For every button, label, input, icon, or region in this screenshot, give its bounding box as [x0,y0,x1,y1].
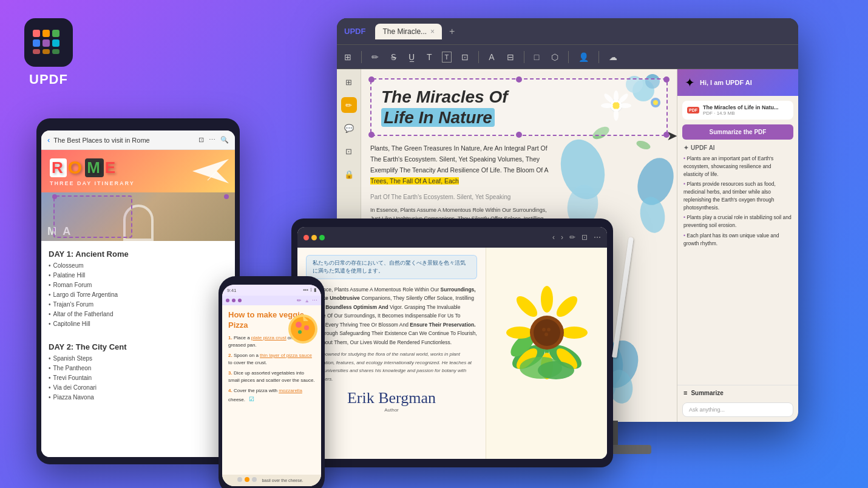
pdf-title-line2: Life In Nature [381,107,657,128]
rome-o-letter: O [68,157,84,178]
text-box-icon[interactable]: T [442,52,452,63]
tab-close-icon[interactable]: × [430,27,435,36]
list-item: •Trevi Fountain [49,373,228,383]
sidebar-toggle-icon[interactable]: ⊞ [342,50,354,64]
font-icon[interactable]: A [486,50,497,64]
share-icon[interactable]: ⟁ [305,297,308,303]
svg-point-45 [541,286,553,313]
ai-file-size: PDF · 14.9 MB [703,110,779,116]
ai-ask-input[interactable]: Ask anything... [682,402,793,417]
more-icon[interactable]: ⋯ [594,233,601,242]
bold-text3: Ensure Their Preservation. Only [306,322,476,336]
checkbox-icon: ☑ [249,396,254,402]
ipad-nature-device: ‹ › ✏ ⊡ ⋯ 私たちの日常の存在において、自然の驚くべき景観を色々活気に満… [291,219,613,467]
new-tab-icon[interactable]: + [449,26,455,37]
ai-summarize-pdf-button[interactable]: Summarize the PDF [682,124,793,140]
sidebar-comment-icon[interactable]: 💬 [341,120,357,136]
updf-toolbar: ⊞ ✏ S̶ U̲ T T ⊡ A ⊟ □ ⬡ 👤 ☁ [337,45,798,69]
svg-marker-9 [192,159,229,183]
toolbar-divider [524,51,524,63]
minimize-dot [311,235,317,240]
ipad-nature-screen: ‹ › ✏ ⊡ ⋯ 私たちの日常の存在において、自然の驚くべき景観を色々活気に満… [297,227,607,459]
back-icon[interactable]: ‹ [552,233,555,242]
sidebar-pages-icon[interactable]: ⊞ [341,74,357,90]
phone-status-icons: ▪▪▪ ⟟ ▮ [303,287,316,293]
rome-header: R O M E THREE DAY ITINERARY [41,150,235,192]
bottom-note: basil over the cheese. [259,477,305,484]
strikethrough-icon[interactable]: S̶ [388,50,399,64]
list-item: •Largo di Torre Argentina [49,290,228,300]
rome-e-letter: E [105,158,117,177]
svg-rect-6 [33,49,40,54]
svg-rect-3 [33,39,40,47]
ipad-topbar: ‹ › ✏ ⊡ ⋯ [297,227,607,248]
sidebar-form-icon[interactable]: ⊡ [341,143,357,159]
highlight-icon[interactable]: ⬡ [549,50,561,64]
phone-pizza-screen: 9:41 ▪▪▪ ⟟ ▮ ✏ ⟁ ⋯ How to make veggie Pi… [222,285,321,486]
users-icon[interactable]: 👤 [576,50,591,64]
tool-dot [226,299,229,302]
sidebar-edit-icon[interactable]: ✏ [341,97,357,113]
battery-icon: ▮ [314,287,316,293]
svg-point-33 [637,195,668,235]
japanese-text-box: 私たちの日常の存在において、自然の驚くべき景観を色々活気に満ちた気遣を使用します… [306,255,477,279]
updf-label: UPDF [29,72,68,87]
back-arrow-icon[interactable]: ‹ [47,135,50,144]
handle-tl [52,194,57,199]
text-icon[interactable]: T [424,50,435,64]
ai-section-header: ✦ UPDF AI [677,140,798,154]
pizza-step-4: 4. Cover the pizza with mozzarella chees… [228,387,315,404]
active-tab[interactable]: The Miracle... × [375,24,442,39]
updf-app-badge: UPDF [344,27,365,36]
svg-point-32 [631,153,674,210]
underline-icon[interactable]: U̲ [406,50,417,64]
ai-summarize-row: ≡ Summarize [677,385,798,400]
eraser-icon[interactable]: ⊡ [581,233,588,242]
share-icon[interactable]: ⊡ [198,136,204,144]
pdf-body-intro: Plants, The Green Treasures In Nature, A… [370,143,549,186]
toolbar-divider [598,51,599,63]
tab-label: The Miracle... [382,27,427,36]
list-item: •Trajan's Forum [49,300,228,310]
signal-icon: ▪▪▪ [303,287,308,293]
svg-rect-8 [52,49,59,54]
svg-point-57 [544,333,548,336]
svg-point-15 [298,330,302,334]
pencil-tool-icon[interactable]: ✏ [369,50,381,64]
nav-dot-active [245,477,249,482]
rome-image: M A [41,192,235,241]
more-icon[interactable]: ⋯ [209,136,215,144]
search-icon[interactable]: 🔍 [220,136,229,144]
edit-icon[interactable]: ✏ [297,297,302,303]
phone-pdf-content: How to make veggie Pizza 1. Place a plat… [222,305,321,475]
toolbar-divider [361,51,362,63]
cloud-icon[interactable]: ☁ [606,50,620,64]
image-icon[interactable]: ⊟ [504,50,517,64]
sidebar-protect-icon[interactable]: 🔒 [341,166,357,182]
toolbar-divider [568,51,569,63]
nav-dot [237,477,242,482]
forward-icon[interactable]: › [561,233,563,242]
day2-places: •Spanish Steps •The Pantheon •Trevi Foun… [49,354,228,402]
day1-title: DAY 1: Ancient Rome [49,249,228,259]
ai-bottom-area: ≡ Summarize Ask anything... [677,385,798,422]
pantheon-item: The Pantheon [53,364,92,373]
ipad-signature: Erik Bergman [306,389,477,407]
rectangle-icon[interactable]: □ [532,50,541,64]
svg-rect-2 [52,30,59,37]
grid-icon[interactable]: ⊡ [459,50,471,64]
list-item: •Spanish Steps [49,354,228,364]
list-icon: ≡ [683,389,687,396]
tablet-topbar: ‹ The Best Places to visit in Rome ⊡ ⋯ 🔍 [41,130,235,150]
wifi-icon: ⟟ [310,287,312,293]
ipad-body-text: In Essence, Plants Assume A Momentous Ro… [306,285,477,347]
selection-handle-tm [516,76,522,83]
more-icon[interactable]: ⋯ [312,297,317,303]
sunflower-illustration [492,272,602,381]
ipad-author-label: Author [306,407,477,413]
svg-point-49 [513,293,540,320]
selection-overlay [53,195,132,238]
list-item: •Altar of the Fatherland [49,310,228,319]
brush-icon[interactable]: ✏ [569,233,575,242]
bold-text2: Boundless Optimism And [325,304,388,310]
